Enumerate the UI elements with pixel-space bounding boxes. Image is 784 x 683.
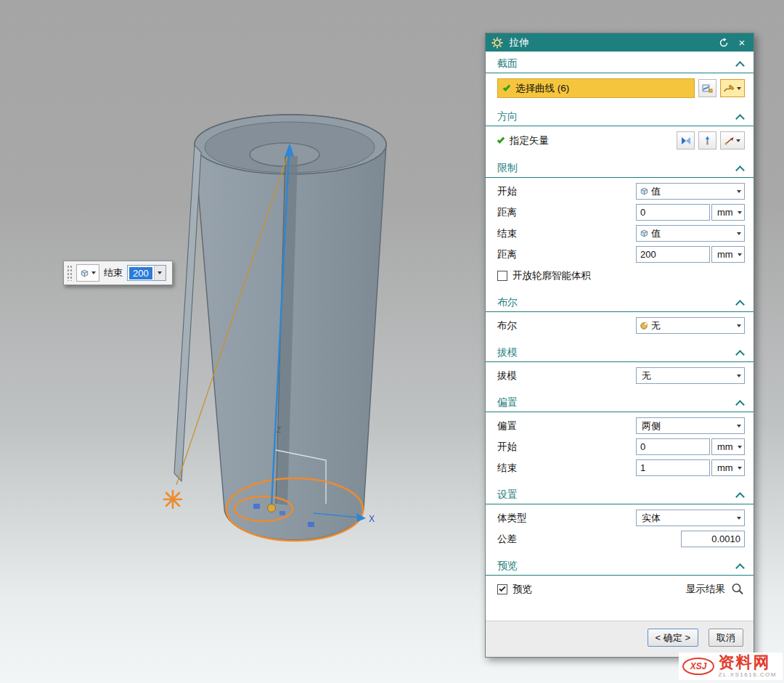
limits-header[interactable]: 限制 (486, 158, 754, 178)
chevron-down-icon[interactable] (733, 418, 744, 433)
ok-button[interactable]: < 确定 > (648, 629, 698, 647)
offset-start-unit-select[interactable]: mm (711, 438, 745, 455)
inferred-vector-icon (681, 136, 691, 145)
svg-text:XSJ: XSJ (689, 661, 706, 671)
vector-dialog-button[interactable] (698, 131, 716, 150)
cube-icon (640, 187, 649, 196)
section-boolean: 布尔 布尔 无 (486, 292, 754, 340)
vector-dialog-icon (703, 136, 712, 145)
sketch-curve-icon (724, 83, 735, 94)
watermark-url: ZL.XS1616.COM (719, 672, 777, 678)
dialog-footer: < 确定 > 取消 (486, 621, 754, 657)
show-result-button[interactable] (730, 582, 745, 597)
inferred-vector-button[interactable] (677, 131, 695, 150)
start-limit-select[interactable]: 值 (636, 183, 745, 200)
boolean-none-icon (640, 321, 649, 330)
select-curve-label: 选择曲线 (6) (515, 82, 569, 95)
settings-header[interactable]: 设置 (486, 484, 754, 504)
select-curve-field[interactable]: 选择曲线 (6) (497, 78, 695, 98)
vector-constructor-button[interactable] (720, 131, 745, 150)
chevron-down-icon[interactable] (733, 226, 744, 241)
curve-rule-icon (702, 83, 713, 94)
end-distance-input[interactable]: 200 (127, 265, 166, 281)
x-axis-label: X (369, 514, 375, 524)
chevron-down-icon[interactable] (735, 247, 744, 262)
collapse-icon[interactable] (735, 492, 745, 502)
boolean-select[interactable]: 无 (636, 317, 745, 334)
collapse-icon[interactable] (735, 165, 745, 175)
chevron-down-icon[interactable] (733, 184, 744, 199)
draft-select[interactable]: 无 (636, 367, 745, 384)
section-limits: 限制 开始 值 距离 (486, 158, 754, 290)
chevron-down-icon (736, 139, 740, 142)
offset-header[interactable]: 偏置 (486, 392, 754, 412)
reset-icon (719, 38, 729, 48)
collapse-icon[interactable] (735, 300, 745, 309)
end-distance-unit-select[interactable]: mm (711, 246, 745, 263)
open-profile-checkbox[interactable] (497, 271, 507, 281)
onscreen-distance-bar: 结束 200 (63, 261, 173, 285)
chevron-down-icon[interactable] (733, 510, 744, 525)
direction-header[interactable]: 方向 (486, 106, 754, 126)
offset-start-input[interactable]: 0 (636, 438, 710, 455)
collapse-icon[interactable] (735, 350, 745, 359)
chevron-down-icon[interactable] (735, 205, 744, 220)
end-distance-value[interactable]: 200 (129, 267, 152, 279)
gear-icon (491, 36, 504, 49)
body-type-select[interactable]: 实体 (636, 510, 745, 526)
offset-type-select[interactable]: 两侧 (636, 417, 745, 434)
start-distance-unit-select[interactable]: mm (711, 204, 745, 221)
tolerance-input[interactable]: 0.0010 (681, 531, 745, 547)
sketch-section-button[interactable] (720, 79, 745, 97)
chevron-down-icon[interactable] (733, 368, 744, 383)
dialog-titlebar[interactable]: 拉伸 × (486, 33, 754, 52)
collapse-icon[interactable] (735, 61, 745, 70)
vector-arrow-icon (724, 136, 735, 145)
end-distance-input[interactable]: 200 (636, 246, 710, 263)
section-direction: 方向 指定矢量 (486, 106, 754, 156)
watermark-brand: 资料网 (719, 655, 771, 671)
collapse-icon[interactable] (735, 563, 745, 573)
start-point-asterisk[interactable] (164, 491, 181, 508)
section-draft: 拔模 拔模 无 (486, 342, 754, 390)
collapse-icon[interactable] (735, 400, 745, 409)
end-limit-select[interactable]: 值 (636, 225, 745, 242)
section-preview: 预览 预览 显示结果 (486, 555, 754, 604)
chevron-down-icon[interactable] (735, 460, 744, 475)
cancel-button[interactable]: 取消 (709, 629, 743, 647)
chevron-down-icon[interactable] (735, 439, 744, 454)
watermark: XSJ 资料网 ZL.XS1616.COM (679, 653, 783, 680)
preview-header[interactable]: 预览 (486, 555, 754, 576)
start-distance-input[interactable]: 0 (636, 204, 710, 221)
offset-end-input[interactable]: 1 (636, 459, 710, 476)
curve-rule-button[interactable] (698, 79, 716, 97)
extrude-dialog: 拉伸 × 截面 选择曲线 (6) (485, 33, 754, 658)
close-button[interactable]: × (735, 36, 748, 49)
section-settings: 设置 体类型 实体 公差 0.0010 (486, 484, 754, 554)
cube-icon (80, 269, 89, 278)
reset-button[interactable] (717, 36, 730, 49)
chevron-down-icon[interactable] (154, 266, 166, 280)
origin-handle[interactable] (268, 504, 276, 512)
check-icon (503, 83, 511, 91)
section-header[interactable]: 截面 (486, 53, 754, 73)
check-icon (497, 136, 505, 144)
drag-handle[interactable] (67, 265, 72, 281)
chevron-down-icon (737, 87, 741, 90)
limit-option-button[interactable] (76, 264, 99, 282)
cube-icon (640, 229, 649, 238)
section-section: 截面 选择曲线 (6) (486, 53, 754, 105)
dialog-title: 拉伸 (509, 36, 528, 49)
preview-checkbox[interactable] (497, 584, 507, 594)
chevron-down-icon[interactable] (733, 318, 744, 333)
draft-header[interactable]: 拔模 (486, 342, 754, 362)
magnifier-icon (730, 582, 745, 597)
chevron-down-icon (91, 271, 96, 274)
boolean-header[interactable]: 布尔 (486, 292, 754, 312)
watermark-logo-icon: XSJ (682, 656, 715, 676)
offset-end-unit-select[interactable]: mm (711, 459, 745, 476)
collapse-icon[interactable] (735, 114, 745, 123)
z-axis-label: Z (277, 426, 281, 434)
end-distance-label: 结束 (104, 266, 123, 279)
specify-vector-label: 指定矢量 (510, 134, 549, 147)
